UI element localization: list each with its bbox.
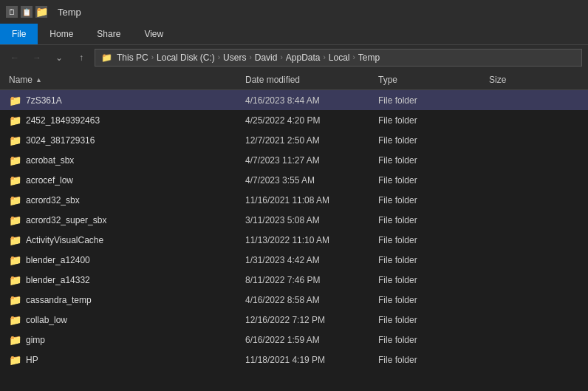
folder-icon: 📁 [9, 334, 21, 346]
tb-icon-2: 📋 [21, 6, 33, 18]
col-header-name[interactable]: Name ▲ [3, 69, 239, 89]
file-name: blender_a12400 [26, 255, 90, 265]
forward-button[interactable]: → [28, 49, 46, 67]
ribbon: File Home Share View [0, 24, 588, 44]
table-row[interactable]: 📁 3024_381729316 12/7/2021 2:50 AM File … [0, 130, 588, 150]
file-name: 7zS361A [26, 95, 62, 106]
file-date: 4/16/2022 8:58 AM [239, 295, 372, 305]
file-name-cell: 📁 HP [3, 354, 239, 366]
path-users[interactable]: Users [223, 52, 246, 63]
file-name-cell: 📁 acrord32_super_sbx [3, 214, 239, 226]
file-name: 3024_381729316 [26, 135, 95, 146]
folder-icon: 📁 [9, 214, 21, 226]
path-appdata[interactable]: AppData [286, 52, 321, 63]
column-headers: Name ▲ Date modified Type Size [0, 69, 588, 90]
path-this-pc[interactable]: This PC [117, 52, 148, 63]
up-button[interactable]: ↑ [72, 49, 90, 67]
col-header-type[interactable]: Type [372, 69, 483, 89]
address-path[interactable]: 📁 This PC › Local Disk (C:) › Users › Da… [95, 49, 582, 67]
tab-view[interactable]: View [132, 24, 175, 44]
file-date: 6/16/2022 1:59 AM [239, 335, 372, 345]
file-date: 11/13/2022 11:10 AM [239, 235, 372, 245]
file-type: File folder [372, 95, 483, 106]
table-row[interactable]: 📁 7zS361A 4/16/2023 8:44 AM File folder [0, 90, 588, 110]
table-row[interactable]: 📁 2452_1849392463 4/25/2022 4:20 PM File… [0, 110, 588, 130]
folder-icon: 📁 [9, 135, 21, 146]
table-row[interactable]: 📁 acrobat_sbx 4/7/2023 11:27 AM File fol… [0, 150, 588, 170]
file-name: gimp [26, 335, 45, 345]
table-row[interactable]: 📁 HP 11/18/2021 4:19 PM File folder [0, 350, 588, 370]
tab-share[interactable]: Share [85, 24, 132, 44]
file-type: File folder [372, 355, 483, 365]
table-row[interactable]: 📁 collab_low 12/16/2022 7:12 PM File fol… [0, 310, 588, 330]
file-date: 3/11/2023 5:08 AM [239, 215, 372, 225]
file-date: 11/16/2021 11:08 AM [239, 195, 372, 205]
folder-icon: 📁 [9, 234, 21, 246]
address-bar: ← → ⌄ ↑ 📁 This PC › Local Disk (C:) › Us… [0, 44, 588, 69]
table-row[interactable]: 📁 gimp 6/16/2022 1:59 AM File folder [0, 330, 588, 350]
table-row[interactable]: 📁 cassandra_temp 4/16/2022 8:58 AM File … [0, 290, 588, 310]
file-name: acrocef_low [26, 175, 73, 186]
folder-icon: 📁 [9, 95, 21, 106]
sort-arrow: ▲ [35, 76, 42, 84]
file-name-cell: 📁 collab_low [3, 314, 239, 326]
col-header-size[interactable]: Size [483, 69, 557, 89]
file-name: cassandra_temp [26, 295, 92, 305]
table-row[interactable]: 📁 acrord32_sbx 11/16/2021 11:08 AM File … [0, 190, 588, 210]
folder-icon: 📁 [9, 294, 21, 306]
table-row[interactable]: 📁 blender_a12400 1/31/2023 4:42 AM File … [0, 250, 588, 270]
file-name: ActivityVisualCache [26, 235, 103, 245]
file-type: File folder [372, 195, 483, 205]
folder-icon: 📁 [9, 354, 21, 366]
file-name: acrobat_sbx [26, 155, 74, 166]
table-row[interactable]: 📁 ActivityVisualCache 11/13/2022 11:10 A… [0, 230, 588, 250]
file-name-cell: 📁 acrobat_sbx [3, 154, 239, 166]
file-date: 4/7/2023 3:55 AM [239, 175, 372, 186]
tab-file[interactable]: File [0, 24, 38, 44]
file-name-cell: 📁 2452_1849392463 [3, 115, 239, 126]
folder-icon: 📁 [9, 274, 21, 286]
file-list[interactable]: 📁 7zS361A 4/16/2023 8:44 AM File folder … [0, 90, 588, 391]
file-date: 8/11/2022 7:46 PM [239, 275, 372, 285]
table-row[interactable]: 📁 acrocef_low 4/7/2023 3:55 AM File fold… [0, 170, 588, 190]
file-type: File folder [372, 315, 483, 325]
file-name-cell: 📁 cassandra_temp [3, 294, 239, 306]
file-type: File folder [372, 295, 483, 305]
tab-home[interactable]: Home [38, 24, 85, 44]
folder-icon: 📁 [9, 174, 21, 186]
file-type: File folder [372, 175, 483, 186]
recent-button[interactable]: ⌄ [50, 49, 68, 67]
ribbon-tabs: File Home Share View [0, 24, 588, 44]
file-date: 12/16/2022 7:12 PM [239, 315, 372, 325]
file-name: HP [26, 355, 38, 365]
title-bar: 🗒 📋 📁 Temp [0, 0, 588, 24]
file-name-cell: 📁 acrocef_low [3, 174, 239, 186]
file-type: File folder [372, 215, 483, 225]
file-type: File folder [372, 155, 483, 166]
path-folder-icon: 📁 [101, 52, 112, 63]
path-temp[interactable]: Temp [358, 52, 380, 63]
folder-icon: 📁 [9, 314, 21, 326]
file-type: File folder [372, 235, 483, 245]
title-bar-title: Temp [58, 7, 81, 18]
folder-icon: 📁 [9, 154, 21, 166]
path-local-disk[interactable]: Local Disk (C:) [157, 52, 215, 63]
file-type: File folder [372, 115, 483, 126]
file-name-cell: 📁 blender_a14332 [3, 274, 239, 286]
file-date: 11/18/2021 4:19 PM [239, 355, 372, 365]
table-row[interactable]: 📁 blender_a14332 8/11/2022 7:46 PM File … [0, 270, 588, 290]
tb-icon-1: 🗒 [6, 6, 18, 18]
table-row[interactable]: 📁 acrord32_super_sbx 3/11/2023 5:08 AM F… [0, 210, 588, 230]
file-date: 4/7/2023 11:27 AM [239, 155, 372, 166]
file-date: 12/7/2021 2:50 AM [239, 135, 372, 146]
folder-icon: 📁 [9, 115, 21, 126]
file-name-cell: 📁 ActivityVisualCache [3, 234, 239, 246]
col-header-date[interactable]: Date modified [239, 69, 372, 89]
file-type: File folder [372, 255, 483, 265]
back-button[interactable]: ← [6, 49, 24, 67]
file-date: 4/16/2023 8:44 AM [239, 95, 372, 106]
folder-icon: 📁 [9, 194, 21, 206]
path-local[interactable]: Local [329, 52, 350, 63]
file-type: File folder [372, 275, 483, 285]
path-david[interactable]: David [255, 52, 278, 63]
